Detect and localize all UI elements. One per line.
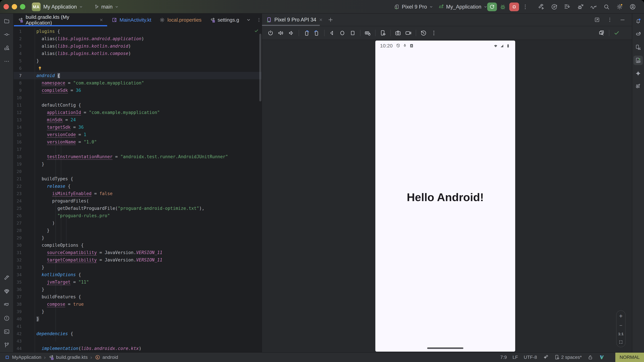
attach-debugger-icon[interactable] <box>577 3 584 10</box>
line-number[interactable]: 4 <box>14 50 35 57</box>
line-number[interactable]: 22 <box>14 183 35 190</box>
stop-button[interactable] <box>509 2 519 11</box>
account-icon[interactable] <box>629 3 636 10</box>
breadcrumb-item[interactable]: build.gradle.kts <box>56 355 88 360</box>
logcat-icon[interactable] <box>4 302 10 308</box>
device-screen[interactable]: 10:20 Hello Android! <box>375 40 515 352</box>
line-number[interactable]: 13 <box>14 116 35 123</box>
tool-window-notifications-icon[interactable] <box>635 18 641 24</box>
code-line-34[interactable]: 34 kotlinOptions { <box>14 271 262 278</box>
line-number[interactable]: 42 <box>14 330 35 337</box>
code-line-35[interactable]: 35 jvmTarget = "11" <box>14 278 262 286</box>
line-number[interactable]: 41 <box>14 323 35 330</box>
code-line-9[interactable]: 9 compileSdk = 36 <box>14 87 262 94</box>
tool-window-assistant-plane-icon[interactable] <box>635 83 641 90</box>
rotate-right-icon[interactable] <box>314 30 320 36</box>
line-number[interactable]: 25 <box>14 205 35 212</box>
code-line-24[interactable]: 24 proguardFiles( <box>14 197 262 205</box>
line-number[interactable]: 44 <box>14 345 35 352</box>
line-number[interactable]: 23 <box>14 190 35 197</box>
caret-position-widget[interactable]: 7:9 <box>500 355 507 360</box>
code-line-16[interactable]: 16 versionName = "1.0" <box>14 138 262 146</box>
line-number[interactable]: 15 <box>14 131 35 138</box>
ai-assistant-disabled-icon[interactable] <box>543 355 548 360</box>
editor-scrollbar[interactable] <box>259 34 261 101</box>
code-line-41[interactable]: 41 <box>14 323 262 330</box>
back-icon[interactable] <box>328 30 335 36</box>
tool-window-device-manager-icon[interactable] <box>635 44 641 50</box>
code-line-27[interactable]: 27 ) <box>14 219 262 227</box>
zoom-actual-size-button[interactable]: 1:1 <box>618 332 624 336</box>
breadcrumb-item[interactable]: MyApplication <box>12 355 41 360</box>
line-number[interactable]: 37 <box>14 293 35 301</box>
window-minimize-button[interactable] <box>12 4 17 9</box>
code-line-25[interactable]: 25 getDefaultProguardFile("proguard-andr… <box>14 205 262 212</box>
code-line-19[interactable]: 19 } <box>14 160 262 168</box>
project-widget[interactable]: My Application <box>43 0 83 13</box>
power-icon[interactable] <box>267 30 274 36</box>
screen-record-icon[interactable] <box>405 30 412 36</box>
gesture-navigation-bar[interactable] <box>427 348 464 349</box>
line-number[interactable]: 20 <box>14 168 35 175</box>
code-line-37[interactable]: 37 buildFeatures { <box>14 293 262 301</box>
code-line-15[interactable]: 15 versionCode = 1 <box>14 131 262 138</box>
overview-icon[interactable] <box>349 30 356 36</box>
terminal-icon[interactable] <box>4 329 10 335</box>
tool-window-running-devices-icon[interactable] <box>634 56 643 65</box>
line-number[interactable]: 6 <box>14 64 35 72</box>
panel-options-kebab-icon[interactable] <box>607 17 613 23</box>
project-folder-icon[interactable] <box>4 18 10 24</box>
run-configuration-selector[interactable]: My_Application <box>438 0 488 13</box>
code-line-38[interactable]: 38 compose = true <box>14 301 262 308</box>
intention-bulb-icon[interactable] <box>37 65 43 71</box>
line-number[interactable]: 40 <box>14 315 35 323</box>
unlock-icon[interactable] <box>588 355 593 360</box>
commit-icon[interactable] <box>4 31 10 38</box>
tab-local-properties[interactable]: local.properties <box>155 13 206 26</box>
line-number[interactable]: 29 <box>14 234 35 242</box>
line-number[interactable]: 28 <box>14 227 35 234</box>
volume-up-icon[interactable] <box>278 30 284 36</box>
line-number[interactable]: 38 <box>14 301 35 308</box>
device-settings-icon[interactable] <box>380 30 386 36</box>
code-line-2[interactable]: 2 alias(libs.plugins.android.application… <box>14 35 262 42</box>
window-maximize-button[interactable] <box>20 4 25 9</box>
more-icon[interactable] <box>430 30 437 36</box>
line-number[interactable]: 7 <box>14 72 35 79</box>
line-number[interactable]: 14 <box>14 123 35 131</box>
code-line-44[interactable]: 44 implementation(libs.androidx.core.ktx… <box>14 345 262 352</box>
more-run-options-button[interactable] <box>522 3 528 10</box>
line-separator-widget[interactable]: LF <box>512 355 518 360</box>
inspections-ok-icon[interactable] <box>254 28 259 33</box>
tab-main-activity[interactable]: MainActivity.kt <box>108 13 155 26</box>
code-line-18[interactable]: 18 testInstrumentationRunner = "androidx… <box>14 153 262 160</box>
hardware-input-icon[interactable] <box>364 30 371 36</box>
code-line-5[interactable]: 5} <box>14 57 262 64</box>
more-horizontal-icon[interactable] <box>4 58 10 64</box>
hidden-tabs-chevron-icon[interactable] <box>246 17 251 23</box>
code-line-40[interactable]: 40} <box>14 315 262 323</box>
code-line-32[interactable]: 32 targetCompatibility = JavaVersion.VER… <box>14 256 262 264</box>
line-number[interactable]: 3 <box>14 42 35 50</box>
line-number[interactable]: 24 <box>14 197 35 205</box>
line-number[interactable]: 18 <box>14 153 35 160</box>
apply-code-changes-icon[interactable] <box>564 3 571 10</box>
code-line-17[interactable]: 17 <box>14 146 262 153</box>
line-number[interactable]: 10 <box>14 94 35 101</box>
tab-options-kebab-icon[interactable] <box>256 17 262 23</box>
vcs-branch-widget[interactable]: main <box>94 0 119 13</box>
reset-icon[interactable] <box>420 30 427 36</box>
code-line-4[interactable]: 4 alias(libs.plugins.kotlin.compose) <box>14 50 262 57</box>
line-number[interactable]: 11 <box>14 101 35 109</box>
tool-window-gradle-icon[interactable] <box>635 31 641 37</box>
code-line-21[interactable]: 21 buildTypes { <box>14 175 262 183</box>
code-line-36[interactable]: 36 } <box>14 286 262 293</box>
hide-panel-icon[interactable] <box>620 17 626 23</box>
settings-icon[interactable] <box>616 3 623 10</box>
tool-window-gemini-icon[interactable] <box>635 70 641 77</box>
line-number[interactable]: 1 <box>14 28 35 35</box>
line-number[interactable]: 35 <box>14 278 35 286</box>
code-line-42[interactable]: 42dependencies { <box>14 330 262 337</box>
code-line-8[interactable]: 8 namespace = "com.example.myapplication… <box>14 79 262 87</box>
code-line-1[interactable]: 1plugins { <box>14 28 262 35</box>
